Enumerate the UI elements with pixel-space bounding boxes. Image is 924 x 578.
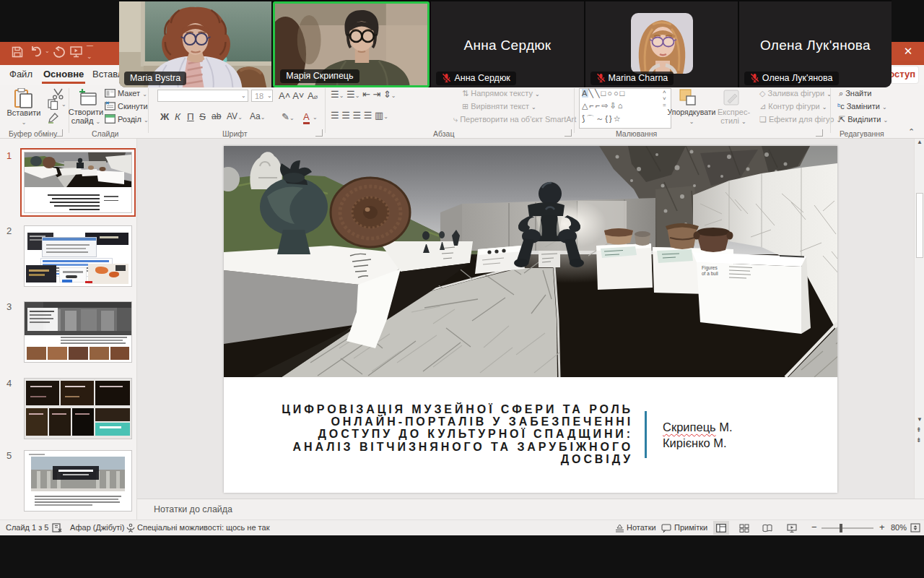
svg-text:Figures: Figures — [702, 265, 718, 271]
svg-text:of a bull: of a bull — [702, 271, 718, 276]
